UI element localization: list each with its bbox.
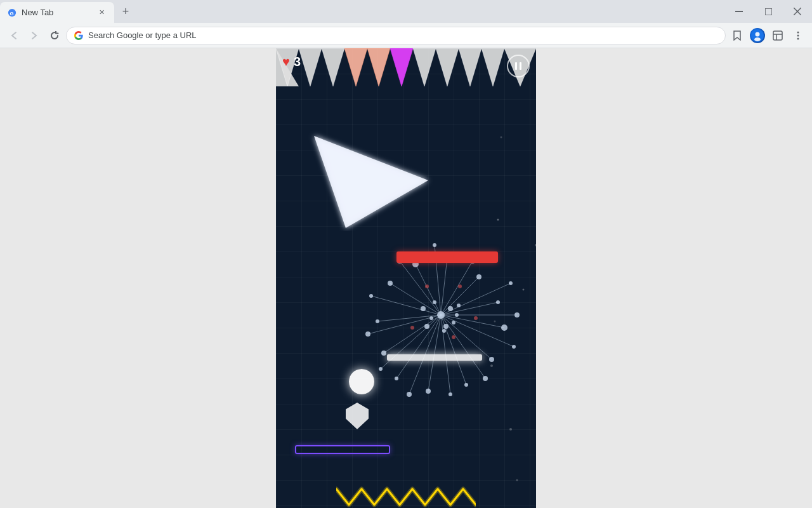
- svg-marker-20: [344, 48, 367, 86]
- svg-point-95: [457, 304, 461, 307]
- bookmark-button[interactable]: [728, 27, 746, 44]
- active-tab[interactable]: G New Tab ✕: [0, 2, 114, 23]
- svg-point-15: [797, 37, 799, 39]
- svg-marker-39: [314, 136, 428, 228]
- shield-shape: [346, 403, 369, 429]
- svg-point-71: [381, 351, 386, 356]
- hud-lives: ♥ 3: [282, 55, 301, 69]
- pause-button[interactable]: [507, 55, 530, 77]
- shield-pickup: [346, 403, 369, 429]
- svg-point-13: [797, 31, 799, 33]
- svg-line-47: [384, 315, 441, 353]
- player-triangle: [308, 130, 435, 231]
- svg-point-88: [437, 311, 445, 319]
- top-spikes: [276, 48, 536, 90]
- svg-point-101: [452, 335, 455, 339]
- forward-button[interactable]: [25, 27, 43, 44]
- svg-line-62: [400, 261, 441, 315]
- toolbar-right: [728, 27, 807, 44]
- svg-line-43: [441, 315, 492, 359]
- svg-point-8: [756, 32, 760, 36]
- svg-text:G: G: [10, 10, 14, 16]
- svg-line-45: [428, 315, 441, 391]
- svg-point-73: [388, 281, 393, 286]
- browser-toolbar: Search Google or type a URL: [0, 23, 812, 48]
- svg-point-81: [449, 392, 452, 396]
- bookmark-icon: [732, 30, 742, 41]
- svg-point-14: [797, 34, 799, 36]
- svg-marker-22: [390, 48, 413, 86]
- pause-bar-left: [515, 62, 517, 70]
- svg-point-64: [476, 274, 481, 279]
- svg-rect-3: [765, 8, 772, 15]
- svg-point-102: [425, 284, 429, 288]
- svg-marker-24: [436, 48, 459, 86]
- chrome-browser: G New Tab ✕ +: [0, 0, 812, 508]
- svg-point-85: [369, 294, 373, 298]
- pause-icon: [515, 62, 521, 70]
- svg-point-87: [433, 243, 436, 247]
- address-text: Search Google or type a URL: [88, 30, 717, 40]
- svg-marker-6: [734, 31, 740, 40]
- maximize-icon: [765, 8, 772, 15]
- tab-favicon: G: [8, 8, 16, 17]
- close-icon: [794, 8, 801, 15]
- svg-marker-23: [413, 48, 436, 86]
- profile-avatar: [750, 28, 765, 43]
- menu-button[interactable]: [789, 27, 807, 44]
- svg-marker-18: [299, 48, 322, 86]
- svg-point-66: [501, 324, 508, 331]
- menu-icon: [793, 30, 803, 41]
- close-button[interactable]: [783, 0, 812, 23]
- bottom-zigzag: [336, 486, 476, 508]
- svg-point-98: [455, 313, 459, 317]
- svg-marker-26: [481, 48, 504, 86]
- platform-white: [387, 354, 482, 361]
- svg-point-83: [379, 367, 383, 371]
- svg-point-92: [433, 300, 436, 304]
- svg-point-99: [458, 284, 462, 288]
- svg-point-9: [754, 37, 761, 41]
- game-canvas[interactable]: ♥ 3: [276, 48, 536, 508]
- svg-point-79: [512, 345, 516, 349]
- tab-close-button[interactable]: ✕: [96, 8, 107, 18]
- forward-icon: [30, 31, 39, 40]
- heart-icon: ♥: [282, 55, 290, 69]
- window-controls: [724, 0, 812, 23]
- svg-marker-25: [459, 48, 481, 86]
- svg-point-89: [448, 306, 453, 311]
- svg-point-77: [509, 281, 513, 285]
- svg-point-70: [395, 377, 398, 380]
- svg-point-100: [474, 316, 478, 320]
- tab-title: New Tab: [22, 8, 91, 17]
- refresh-icon: [50, 31, 59, 40]
- svg-rect-2: [735, 11, 743, 12]
- platform-red: [396, 251, 498, 263]
- svg-line-42: [441, 315, 504, 328]
- back-icon: [10, 31, 18, 40]
- svg-point-97: [442, 329, 446, 333]
- new-tab-button[interactable]: +: [117, 3, 134, 20]
- content-area: ♥ 3: [0, 48, 812, 508]
- refresh-button[interactable]: [46, 27, 63, 44]
- svg-point-82: [407, 392, 412, 397]
- svg-point-72: [376, 319, 379, 323]
- extensions-icon: [773, 30, 783, 41]
- profile-button[interactable]: [749, 27, 766, 44]
- svg-point-90: [429, 316, 433, 320]
- address-bar[interactable]: Search Google or type a URL: [66, 27, 726, 44]
- svg-marker-21: [367, 48, 390, 86]
- extensions-button[interactable]: [769, 27, 787, 44]
- svg-point-80: [483, 376, 488, 381]
- svg-point-94: [424, 324, 429, 329]
- maximize-button[interactable]: [754, 0, 783, 23]
- svg-line-61: [371, 296, 441, 315]
- back-button[interactable]: [5, 27, 23, 44]
- svg-point-67: [489, 357, 494, 362]
- minimize-icon: [735, 11, 743, 12]
- svg-point-96: [421, 306, 426, 311]
- minimize-button[interactable]: [724, 0, 754, 23]
- svg-point-69: [426, 389, 431, 394]
- google-logo: [74, 31, 83, 40]
- svg-marker-19: [322, 48, 344, 86]
